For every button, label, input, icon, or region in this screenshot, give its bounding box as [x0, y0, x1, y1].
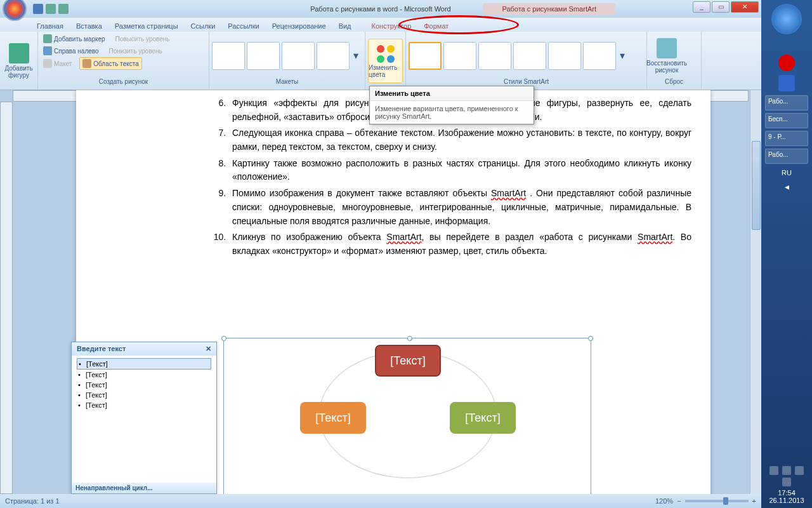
tooltip-body: Изменение варианта цвета, примененного к…: [370, 101, 534, 124]
ribbon-tabs: Главная Вставка Разметка страницы Ссылки…: [0, 18, 761, 32]
style-thumb-5[interactable]: [548, 42, 581, 70]
start-button[interactable]: [771, 4, 802, 34]
promote-button[interactable]: Повысить уровень: [113, 33, 173, 44]
change-colors-label: Изменить цвета: [369, 64, 402, 78]
style-thumb-6[interactable]: [583, 42, 616, 70]
text-pane-title: Введите текст: [77, 345, 126, 353]
resize-handle[interactable]: [588, 336, 593, 341]
zoom-slider[interactable]: [685, 500, 749, 502]
resize-handle[interactable]: [221, 336, 226, 341]
list-item: Кликнув по изображению объекта SmartArt,…: [228, 231, 691, 258]
style-thumb-1[interactable]: [409, 42, 442, 70]
close-icon[interactable]: ✕: [206, 345, 211, 353]
contextual-tab-title: Работа с рисунками SmartArt: [483, 3, 615, 15]
page[interactable]: Функция «эффекты для рисунка» позволяет …: [76, 90, 710, 494]
group-layouts-label: Макеты: [212, 78, 362, 88]
list-item: Помимо изображения в документ также вста…: [228, 187, 691, 228]
group-create-label: Создать рисунок: [41, 78, 206, 88]
add-shape-label: Добавить фигуру: [3, 65, 34, 79]
text-pane-item[interactable]: [Текст]: [77, 370, 211, 380]
zoom-value[interactable]: 120%: [655, 497, 673, 505]
taskbar-item[interactable]: Бесп...: [765, 113, 808, 128]
close-button[interactable]: ✕: [731, 1, 759, 13]
vertical-ruler[interactable]: [0, 102, 13, 494]
taskbar-item[interactable]: 9 - Р...: [765, 131, 808, 146]
smartart-canvas[interactable]: [Текст] [Текст] [Текст]: [223, 338, 591, 494]
text-pane-item[interactable]: [Текст]: [77, 380, 211, 390]
add-marker-button[interactable]: Добавить маркер: [41, 33, 108, 44]
reset-button[interactable]: Восстановить рисунок: [650, 34, 684, 78]
taskbar-item[interactable]: Рабо...: [765, 149, 808, 164]
tray-icon[interactable]: [782, 466, 791, 475]
layout-thumb-3[interactable]: [282, 42, 315, 70]
tray-icon[interactable]: [795, 466, 804, 475]
vertical-scrollbar[interactable]: [750, 90, 761, 494]
smartart-node-top[interactable]: [Текст]: [375, 345, 441, 377]
smartart-node-left[interactable]: [Текст]: [300, 402, 366, 434]
scroll-thumb[interactable]: [752, 141, 761, 230]
text-area-button[interactable]: Область текста: [79, 57, 142, 70]
app-icon[interactable]: [778, 75, 795, 91]
zoom-controls: 120% − +: [655, 497, 756, 505]
reset-label: Восстановить рисунок: [646, 60, 687, 74]
redo-icon[interactable]: [58, 4, 69, 14]
resize-handle[interactable]: [407, 336, 412, 341]
taskbar-item[interactable]: Рабо...: [765, 95, 808, 110]
statusbar: Страница: 1 из 1 120% − +: [0, 494, 761, 508]
rtl-button[interactable]: Справа налево: [41, 45, 102, 57]
minimize-button[interactable]: _: [693, 1, 710, 13]
list-item: Следующая иконка справа – обтекание текс…: [228, 126, 691, 154]
save-icon[interactable]: [33, 4, 43, 14]
tab-page-layout[interactable]: Разметка страницы: [108, 20, 185, 32]
text-pane-item[interactable]: [Текст]: [77, 390, 211, 400]
network-icon[interactable]: [782, 478, 791, 486]
text-pane-list: [Текст] [Текст] [Текст] [Текст] [Текст]: [72, 356, 216, 413]
list-item: Картинку также возможно расположить в ра…: [228, 157, 691, 184]
yandex-icon[interactable]: [778, 55, 795, 71]
tray-icon[interactable]: [769, 466, 778, 475]
layout-thumb-4[interactable]: [317, 42, 350, 70]
text-pane-header: Введите текст ✕: [72, 342, 216, 356]
tab-references[interactable]: Ссылки: [185, 20, 222, 32]
windows-taskbar: Рабо... Бесп... 9 - Р... Рабо... RU ◂ 17…: [761, 0, 812, 508]
style-thumb-2[interactable]: [443, 42, 476, 70]
tab-mailings[interactable]: Рассылки: [221, 20, 265, 32]
style-thumb-3[interactable]: [478, 42, 511, 70]
zoom-in-icon[interactable]: +: [752, 497, 756, 505]
smartart-node-right[interactable]: [Текст]: [450, 402, 516, 434]
tab-view[interactable]: Вид: [332, 20, 358, 32]
layout-thumb-2[interactable]: [247, 42, 280, 70]
status-page[interactable]: Страница: 1 из 1: [5, 497, 60, 505]
tab-format[interactable]: Формат: [417, 20, 455, 32]
zoom-slider-thumb[interactable]: [723, 497, 728, 505]
tooltip: Изменить цвета Изменение варианта цвета,…: [369, 86, 534, 124]
text-pane-item[interactable]: [Текст]: [77, 400, 211, 410]
word-window: Работа с рисунками в word - Microsoft Wo…: [0, 0, 761, 508]
styles-more-icon[interactable]: ▾: [618, 50, 627, 62]
style-thumb-4[interactable]: [513, 42, 546, 70]
titlebar: Работа с рисунками в word - Microsoft Wo…: [0, 0, 761, 18]
layouts-more-icon[interactable]: ▾: [351, 50, 360, 62]
layout-thumb-1[interactable]: [212, 42, 245, 70]
text-pane-item[interactable]: [Текст]: [77, 358, 211, 370]
clock-time[interactable]: 17:54: [761, 489, 812, 497]
smartart-text-pane[interactable]: Введите текст ✕ [Текст] [Текст] [Текст] …: [71, 342, 217, 494]
language-indicator[interactable]: RU: [761, 169, 812, 177]
change-colors-button[interactable]: Изменить цвета: [368, 39, 403, 83]
tab-home[interactable]: Главная: [30, 20, 70, 32]
tooltip-title: Изменить цвета: [370, 86, 534, 101]
tab-insert[interactable]: Вставка: [70, 20, 108, 32]
tab-review[interactable]: Рецензирование: [266, 20, 332, 32]
document-area: Функция «эффекты для рисунка» позволяет …: [0, 90, 761, 494]
chevron-left-icon[interactable]: ◂: [761, 182, 812, 192]
clock-date[interactable]: 26.11.2013: [761, 497, 812, 504]
maximize-button[interactable]: ▭: [712, 1, 730, 13]
add-shape-button[interactable]: Добавить фигуру: [3, 39, 35, 83]
text-pane-footer: Ненаправленный цикл...: [72, 483, 216, 493]
tab-designer[interactable]: Конструктор: [365, 20, 418, 32]
undo-icon[interactable]: [46, 4, 56, 14]
zoom-out-icon[interactable]: −: [677, 497, 681, 505]
system-tray: 17:54 26.11.2013: [761, 466, 812, 504]
layout-button[interactable]: Макет: [41, 57, 74, 70]
demote-button[interactable]: Понизить уровень: [107, 45, 165, 57]
